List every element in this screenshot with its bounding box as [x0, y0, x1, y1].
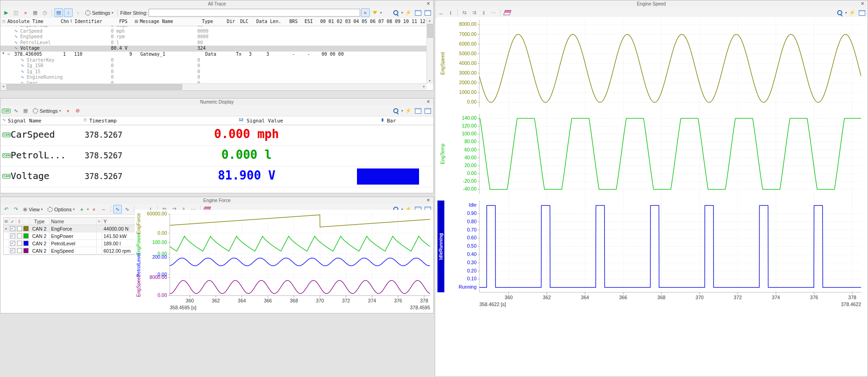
dock-window-icon[interactable] [857, 8, 866, 17]
col-type[interactable]: Type [29, 218, 50, 225]
clear-trace-icon[interactable]: × [21, 8, 30, 17]
quick-action-icon[interactable]: ⚡ [848, 8, 857, 17]
close-icon[interactable]: × [859, 0, 866, 7]
trace-signal-row[interactable]: ∿CarSpeed0 mph0000 [0, 29, 427, 35]
series-secondary-checkbox[interactable] [16, 247, 23, 254]
signal-select-icon[interactable]: ∿ [11, 106, 20, 115]
options-menu-button[interactable]: Options ▾ [46, 206, 76, 213]
engine-force-chart-canvas[interactable] [135, 210, 433, 312]
series-visible-checkbox[interactable]: ✓ [9, 225, 16, 232]
col-y[interactable]: Y [102, 218, 135, 225]
trace-settings-button[interactable]: Settings ▾ [83, 10, 115, 16]
col-bar[interactable]: Bar [387, 118, 396, 124]
chevron-down-icon[interactable]: ▾ [845, 11, 847, 15]
series-secondary-checkbox[interactable] [16, 232, 23, 239]
trace-signal-row[interactable]: ∿StarterKey00 [0, 58, 427, 64]
zoom-tools-icon[interactable] [391, 8, 400, 17]
col-type[interactable]: Type [202, 19, 213, 24]
col-absolute-time[interactable]: Absolute Time [7, 19, 43, 24]
numeric-row[interactable]: CANVoltage378.526781.900 V [0, 166, 433, 187]
time-mode-icon[interactable]: ◷ [40, 8, 49, 17]
scrollbar-thumb[interactable] [427, 24, 433, 38]
scroll-down-icon[interactable]: ▾ [427, 78, 432, 84]
col-name[interactable]: Name [50, 218, 97, 225]
series-visible-checkbox[interactable]: ✓ [9, 247, 16, 254]
scroll-up-icon[interactable]: ↑ [64, 8, 73, 17]
clear-filter-icon[interactable]: × [361, 8, 370, 17]
trace-signal-row[interactable]: ∿Voltage80.4 V324 [0, 46, 427, 52]
scroll-top-icon[interactable]: ↑ [74, 8, 82, 17]
engine-speed-chart-canvas[interactable] [437, 17, 868, 316]
redo-zoom-icon[interactable]: ↷ [11, 205, 20, 214]
can-channel-icon[interactable]: CAN [2, 106, 11, 115]
chevron-down-icon[interactable]: ▾ [87, 208, 89, 211]
remove-all-icon[interactable]: − [99, 205, 108, 214]
eraser-button[interactable] [503, 8, 512, 17]
scroll-mode-icon[interactable]: ▤ [54, 8, 63, 17]
trace-message-row[interactable]: ▼✉378.43600511109Gateway_1DataTx33--00 0… [0, 52, 427, 58]
zoom-tools-icon[interactable] [391, 106, 400, 115]
chevron-down-icon[interactable]: ▾ [401, 11, 403, 15]
more-tools-icon[interactable]: ⋯ [489, 8, 498, 17]
col-timestamp[interactable]: Timestamp [89, 118, 117, 124]
remove-signal-icon[interactable]: × [90, 205, 98, 214]
measure-cursor-icon[interactable]: I [446, 8, 455, 17]
fixed-view-icon[interactable]: ▦ [31, 8, 40, 17]
col-fps[interactable]: FPS [119, 19, 127, 24]
trace-signal-row[interactable]: ∿Ig_15R00 [0, 63, 427, 69]
col-visible[interactable]: ✓ [9, 218, 16, 225]
col-dlc[interactable]: DLC [240, 19, 248, 24]
trace-signal-row[interactable]: ∿Ig_1500 [0, 69, 427, 75]
trace-signal-row[interactable]: ∿PetrolLevel0 l00 [0, 40, 427, 46]
series-visible-checkbox[interactable]: ✓ [9, 232, 16, 239]
measure-range-icon[interactable]: ↔ [437, 8, 445, 17]
series-secondary-checkbox[interactable] [16, 225, 23, 232]
add-signal-icon[interactable]: + [77, 205, 86, 214]
series-visible-checkbox[interactable]: ✓ [9, 240, 16, 247]
suspend-icon[interactable]: ⊘ [73, 106, 82, 115]
quick-action-icon[interactable]: ⚡ [404, 8, 413, 17]
close-icon[interactable]: × [425, 197, 431, 203]
stacked-chart-mode-icon[interactable]: ∿ [123, 205, 132, 214]
vertical-scrollbar[interactable]: ▴ ▾ [426, 18, 433, 84]
horizontal-scrollbar[interactable]: ◂ ▸ [0, 83, 427, 90]
quick-action-icon[interactable]: ⚡ [404, 106, 413, 115]
filter-input[interactable] [149, 9, 360, 17]
detach-window-icon[interactable]: ◫ [11, 8, 20, 17]
col-data-bytes[interactable]: 00 01 02 03 04 05 06 07 08 09 10 11 12 1… [320, 19, 434, 24]
legend-row[interactable]: ✓CAN 2PetrolLevel189.00 l [4, 240, 135, 247]
line-chart-mode-icon[interactable]: ∿ [113, 205, 122, 214]
col-brs[interactable]: BRS [289, 19, 298, 24]
dock-window-icon[interactable] [414, 8, 422, 17]
scroll-right-icon[interactable]: ▸ [421, 84, 427, 89]
col-hold[interactable]: ‖ [16, 218, 23, 225]
col-message-name[interactable]: Message Name [140, 19, 173, 24]
remove-signal-icon[interactable]: × [63, 106, 72, 115]
numeric-row[interactable]: CANPetrolL...378.52670.000 l [0, 145, 433, 167]
legend-row[interactable]: ✓CAN 2EngPower141.50 kW [4, 232, 135, 240]
col-signal-name[interactable]: Signal Name [8, 118, 41, 124]
chevron-down-icon[interactable]: ▾ [401, 109, 403, 113]
layout-icon[interactable]: ▦ [21, 106, 30, 115]
zoom-tools-icon[interactable] [835, 8, 844, 17]
pan-left-right-icon[interactable]: ⇆ [460, 8, 469, 17]
start-measurement-icon[interactable]: ▶ [2, 8, 11, 17]
scroll-left-icon[interactable]: ◂ [0, 84, 6, 89]
dock-window-icon[interactable] [414, 106, 422, 115]
undo-zoom-icon[interactable]: ↶ [2, 205, 11, 214]
col-data-len[interactable]: Data Len. [256, 19, 281, 24]
chevron-down-icon[interactable]: ▾ [380, 11, 382, 15]
series-secondary-checkbox[interactable] [16, 240, 23, 247]
legend-row[interactable]: ✓CAN 2EngSpeed6012.00 rpm [4, 247, 135, 255]
scrollbar-thumb[interactable] [6, 84, 182, 90]
pause-update-icon[interactable]: ‖ [479, 8, 488, 17]
row-expander-icon[interactable]: ▼ [2, 52, 4, 55]
trace-signal-row[interactable]: ∿EngineRunning00 [0, 75, 427, 81]
col-esi[interactable]: ESI [305, 19, 313, 24]
float-window-icon[interactable] [423, 8, 432, 17]
close-icon[interactable]: × [425, 99, 431, 105]
close-icon[interactable]: × [425, 0, 431, 7]
filter-funnel-icon[interactable] [371, 8, 379, 17]
scroll-up-icon[interactable]: ▴ [427, 18, 432, 23]
numeric-settings-button[interactable]: Settings ▾ [31, 108, 63, 114]
